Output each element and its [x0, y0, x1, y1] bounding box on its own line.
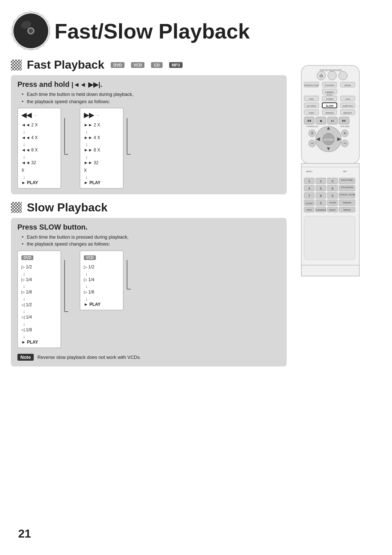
dvd-play-label: ► PLAY: [21, 340, 57, 345]
dvd-arrow-6: ↓: [21, 334, 57, 339]
svg-text:STEP: STEP: [309, 112, 314, 114]
svg-text:SLEEP: SLEEP: [306, 202, 313, 204]
note-label: Note: [17, 354, 34, 361]
note-box: Note Reverse slow playback does not work…: [17, 354, 280, 361]
svg-text:6: 6: [331, 187, 333, 190]
fast-playback-diagrams: ◀◀ ← ◄◄ 2 X ↓ ◄◄ 4 X ↓ ◄◄ 8 X: [17, 108, 280, 189]
note-text: Reverse slow playback does not work with…: [37, 354, 141, 361]
forward-diagram-header: ▶▶ ←: [84, 111, 119, 119]
svg-text:BAND: BAND: [327, 94, 333, 96]
fast-playback-section-header: Fast Playback DVD VCD CD MP3: [11, 58, 287, 72]
dvd-arrow-5: ↓: [21, 321, 57, 326]
svg-text:▼: ▼: [326, 146, 331, 151]
forward-arrow-1: ↓: [84, 129, 119, 134]
svg-text:◀: ◀: [316, 136, 320, 142]
rewind-play-label: ► PLAY: [21, 180, 57, 185]
badge-vcd: VCD: [131, 62, 144, 68]
rewind-arrow-1: ↓: [21, 129, 57, 134]
dvd-arrow-1: ↓: [21, 271, 57, 276]
rewind-step-4: ◄◄ 32 X: [21, 159, 57, 175]
svg-text:9: 9: [331, 194, 333, 198]
badge-cd: CD: [151, 62, 163, 68]
forward-bracket: [126, 108, 131, 189]
forward-step-2: ►► 4 X: [84, 134, 119, 142]
rewind-diagram-header: ◀◀ ←: [21, 111, 57, 119]
fast-playback-description: Each time the button is held down during…: [22, 91, 280, 105]
svg-text:⏭: ⏭: [342, 118, 346, 123]
svg-text:VOLUME: VOLUME: [340, 125, 349, 127]
svg-text:⏮: ⏮: [307, 118, 311, 123]
svg-text:DIGEST: DIGEST: [329, 209, 336, 211]
svg-text:2: 2: [320, 179, 322, 183]
dvd-step-5: ◁ 1/4: [21, 313, 57, 321]
slow-playback-section: Slow Playback Press SLOW button. Each ti…: [11, 201, 287, 366]
fast-playback-icon: [11, 60, 22, 70]
slow-playback-title: Slow Playback: [27, 201, 107, 214]
dvd-arrow-4: ↓: [21, 309, 57, 313]
forward-step-4: ►► 32 X: [84, 159, 119, 175]
forward-play-label: ► PLAY: [84, 180, 119, 185]
forward-step-3: ►► 8 X: [84, 146, 119, 154]
svg-text:1: 1: [308, 179, 310, 183]
forward-step-1: ►► 2 X: [84, 121, 119, 129]
rewind-arrow-3: ↓: [21, 154, 57, 159]
svg-text:+: +: [311, 130, 314, 136]
forward-diagram-box: ▶▶ ← ►► 2 X ↓ ►► 4 X ↓ ►► 8 X: [80, 108, 123, 189]
forward-arrow-4: ↓: [84, 175, 119, 179]
forward-diagram: ▶▶ ← ►► 2 X ↓ ►► 4 X ↓ ►► 8 X: [80, 108, 131, 189]
rewind-arrow-2: ↓: [21, 142, 57, 146]
svg-point-37: [328, 71, 336, 80]
svg-text:7: 7: [308, 194, 310, 198]
slow-playback-desc-1: Each time the button is pressed during p…: [22, 234, 280, 241]
dvd-slow-diagram: DVD ▷ 1/2 ↓ ▷ 1/4 ↓ ▷ 1/8 ↓ ◁ 1/2 ↓ ◁ 1/…: [17, 251, 69, 348]
badge-mp3: MP3: [169, 62, 183, 68]
slow-playback-description: Each time the button is pressed during p…: [22, 234, 280, 248]
remote-column: ⏻ TV DVD·RECEIVER OPEN/CLOSE TV/VIDEO MO…: [294, 58, 381, 372]
vcd-step-3: ▷ 1/6: [84, 288, 119, 296]
slow-playback-diagrams: DVD ▷ 1/2 ↓ ▷ 1/4 ↓ ▷ 1/8 ↓ ◁ 1/2 ↓ ◁ 1/…: [17, 251, 280, 348]
svg-text:REPEAT: REPEAT: [343, 112, 352, 114]
vcd-diagram-box: VCD ▷ 1/2 ↓ ▷ 1/4 ↓ ▷ 1/6 ↓ ► PLAY: [80, 251, 123, 310]
dvd-arrow-2: ↓: [21, 284, 57, 288]
forward-arrow-3: ↓: [84, 154, 119, 159]
vcd-arrow-3: ↓: [84, 296, 119, 301]
svg-text:TV/VIDEO: TV/VIDEO: [324, 84, 335, 86]
svg-point-38: [339, 71, 347, 80]
svg-text:ENTER: ENTER: [323, 138, 333, 141]
vcd-play-label: ► PLAY: [84, 302, 119, 307]
svg-text:⏻: ⏻: [319, 74, 323, 78]
page-title: Fast/Slow Playback: [54, 19, 250, 43]
rewind-btn-icon: ◀◀: [21, 111, 32, 119]
svg-text:▶: ▶: [337, 136, 341, 142]
dvd-step-2: ▷ 1/4: [21, 276, 57, 284]
fast-playback-title: Fast Playback: [27, 58, 104, 72]
svg-text:DISC/TONE: DISC/TONE: [341, 179, 353, 181]
main-content: Fast Playback DVD VCD CD MP3 Press and h…: [0, 54, 392, 375]
page-number: 21: [18, 527, 31, 540]
forward-arrow: ←: [96, 113, 100, 117]
dvd-arrow-3: ↓: [21, 296, 57, 301]
page-header: 010101010101010101 101010101010101010 01…: [0, 0, 392, 54]
svg-text:DIMMER: DIMMER: [325, 91, 334, 93]
svg-text:MENU: MENU: [306, 170, 313, 173]
svg-text:ZOOM: ZOOM: [329, 202, 336, 204]
forward-arrow-2: ↓: [84, 142, 119, 146]
vcd-arrow-1: ↓: [84, 271, 119, 276]
svg-text:⏯: ⏯: [331, 119, 334, 123]
vcd-bracket: [126, 251, 131, 294]
svg-text:5: 5: [320, 187, 322, 190]
rewind-step-3: ◄◄ 8 X: [21, 146, 57, 154]
vcd-step-2: ▷ 1/4: [84, 276, 119, 284]
svg-text:DVD: DVD: [309, 98, 314, 100]
remote-control: ⏻ TV DVD·RECEIVER OPEN/CLOSE TV/VIDEO MO…: [294, 62, 374, 281]
vcd-label: VCD: [84, 254, 119, 262]
slow-playback-section-header: Slow Playback: [11, 201, 287, 214]
vcd-arrow-2: ↓: [84, 284, 119, 288]
svg-text:AUX: AUX: [346, 98, 350, 100]
svg-text:TUNER: TUNER: [326, 98, 334, 100]
dvd-step-4: ◁ 1/2: [21, 301, 57, 309]
svg-text:▲: ▲: [326, 125, 331, 131]
svg-text:EZ VIEW: EZ VIEW: [307, 105, 316, 107]
svg-text:−: −: [343, 140, 346, 146]
slow-playback-instruction-title: Press SLOW button.: [17, 223, 280, 231]
